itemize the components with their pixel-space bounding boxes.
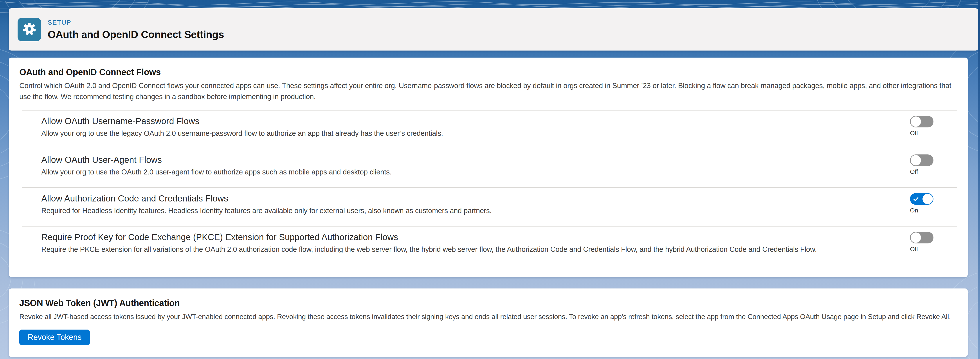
toggle-knob: [911, 233, 921, 243]
setting-text-block: Allow OAuth Username-Password Flows Allo…: [41, 115, 910, 139]
setting-title: Allow OAuth User-Agent Flows: [41, 154, 910, 166]
check-icon: [913, 196, 919, 202]
header-text-block: SETUP OAuth and OpenID Connect Settings: [48, 19, 224, 40]
settings-list: Allow OAuth Username-Password Flows Allo…: [22, 110, 957, 265]
jwt-card-description: Revoke all JWT-based access tokens issue…: [19, 311, 957, 322]
setting-title: Require Proof Key for Code Exchange (PKC…: [41, 231, 910, 243]
setting-title: Allow Authorization Code and Credentials…: [41, 193, 910, 204]
toggle-knob: [923, 194, 933, 204]
toggle-knob: [911, 155, 921, 166]
toggle-state-label: On: [910, 207, 934, 214]
setting-description: Required for Headless Identity features.…: [41, 206, 910, 216]
toggle-column: Off: [910, 155, 934, 176]
gear-icon: [22, 22, 37, 37]
toggle-column: Off: [910, 232, 934, 253]
toggle-column: Off: [910, 116, 934, 137]
setup-gear-tile: [18, 18, 41, 41]
setting-description: Require the PKCE extension for all varia…: [41, 244, 910, 255]
oauth-flows-card: OAuth and OpenID Connect Flows Control w…: [9, 57, 968, 277]
setting-text-block: Allow OAuth User-Agent Flows Allow your …: [41, 154, 910, 177]
setting-description: Allow your org to use the OAuth 2.0 user…: [41, 167, 910, 177]
setting-text-block: Require Proof Key for Code Exchange (PKC…: [41, 231, 910, 255]
flows-card-description: Control which OAuth 2.0 and OpenID Conne…: [19, 80, 957, 102]
setting-row-auth-code-credentials: Allow Authorization Code and Credentials…: [22, 187, 957, 226]
setup-page: { "header": { "setup_label": "SETUP", "t…: [0, 0, 980, 359]
setting-text-block: Allow Authorization Code and Credentials…: [41, 193, 910, 216]
toggle-state-label: Off: [910, 246, 934, 253]
jwt-card-heading: JSON Web Token (JWT) Authentication: [19, 298, 957, 308]
jwt-card: JSON Web Token (JWT) Authentication Revo…: [9, 289, 968, 357]
toggle-switch[interactable]: [910, 232, 934, 243]
setup-label: SETUP: [48, 19, 224, 26]
setting-title: Allow OAuth Username-Password Flows: [41, 115, 910, 127]
toggle-switch[interactable]: [910, 193, 934, 205]
revoke-tokens-button[interactable]: Revoke Tokens: [19, 330, 90, 345]
setting-description: Allow your org to use the legacy OAuth 2…: [41, 128, 910, 139]
background-right-strip: [978, 0, 980, 359]
setting-row-username-password: Allow OAuth Username-Password Flows Allo…: [22, 110, 957, 149]
setup-page-header: SETUP OAuth and OpenID Connect Settings: [9, 8, 978, 51]
toggle-knob: [911, 116, 921, 127]
setting-row-user-agent: Allow OAuth User-Agent Flows Allow your …: [22, 149, 957, 187]
toggle-switch[interactable]: [910, 116, 934, 128]
toggle-switch[interactable]: [910, 155, 934, 166]
toggle-column: On: [910, 193, 934, 214]
toggle-state-label: Off: [910, 168, 934, 176]
flows-card-heading: OAuth and OpenID Connect Flows: [19, 67, 957, 77]
setting-row-pkce: Require Proof Key for Code Exchange (PKC…: [22, 226, 957, 265]
toggle-state-label: Off: [910, 129, 934, 137]
page-title: OAuth and OpenID Connect Settings: [48, 28, 224, 40]
